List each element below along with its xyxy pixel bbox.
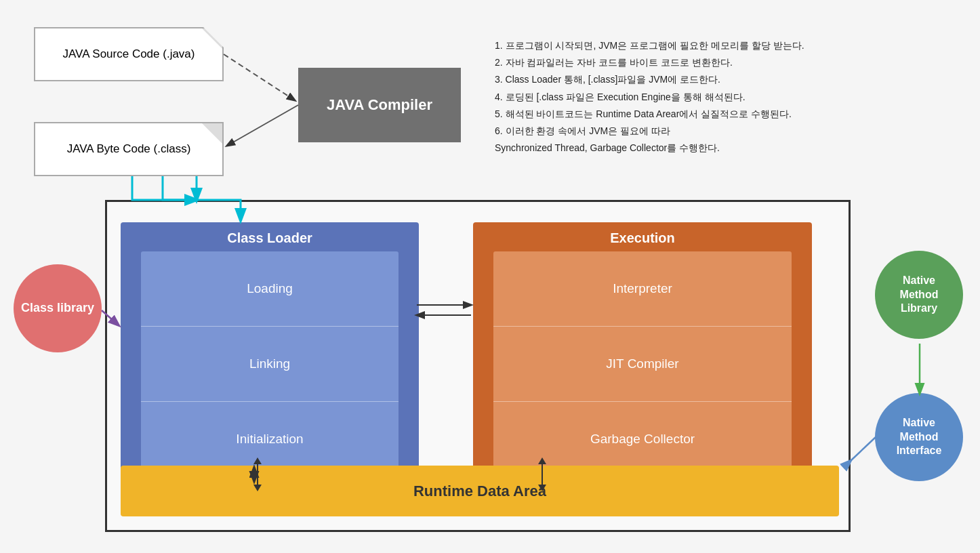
native-interface-circle: NativeMethodInterface — [875, 393, 963, 481]
class-library-circle: Class library — [14, 264, 102, 352]
execution-section: Execution Interpreter JIT Compiler Garba… — [473, 222, 812, 487]
class-loader-inner: Loading Linking Initialization — [141, 251, 399, 476]
bytecode-box: JAVA Byte Code (.class) — [34, 122, 224, 176]
native-library-circle: NativeMethodLibrary — [875, 251, 963, 339]
source-code-box: JAVA Source Code (.java) — [34, 27, 224, 81]
execution-inner: Interpreter JIT Compiler Garbage Collect… — [493, 251, 792, 476]
compiler-box: JAVA Compiler — [298, 68, 461, 142]
bytecode-label: JAVA Byte Code (.class) — [67, 142, 191, 156]
runtime-area: Runtime Data Area — [121, 466, 839, 516]
svg-line-0 — [224, 54, 295, 100]
runtime-area-label: Runtime Data Area — [413, 483, 546, 500]
native-library-label: NativeMethodLibrary — [900, 274, 939, 316]
cl-linking: Linking — [141, 327, 399, 402]
diagram-container: JAVA Source Code (.java) JAVA Byte Code … — [0, 0, 980, 553]
exec-interpreter: Interpreter — [493, 251, 792, 327]
native-interface-label: NativeMethodInterface — [897, 416, 942, 458]
annotation-line-3: 3. Class Loader 통해, [.class]파일을 JVM에 로드한… — [495, 71, 956, 88]
source-code-label: JAVA Source Code (.java) — [63, 47, 195, 61]
class-library-label: Class library — [21, 300, 94, 316]
annotation-line-5: 5. 해석된 바이트코드는 Runtime Data Arear에서 실질적으로… — [495, 106, 956, 123]
cl-loading: Loading — [141, 251, 399, 327]
exec-jit: JIT Compiler — [493, 327, 792, 402]
compiler-label: JAVA Compiler — [327, 96, 432, 114]
annotation-line-2: 2. 자바 컴파일러는 자바 코드를 바이트 코드로 변환한다. — [495, 54, 956, 71]
class-loader-title: Class Loader — [227, 222, 312, 251]
execution-title: Execution — [610, 222, 675, 251]
class-loader-section: Class Loader Loading Linking Initializat… — [121, 222, 419, 487]
annotation-line-7: Synchronized Thread, Garbage Collector를 … — [495, 140, 956, 157]
annotation-line-6: 6. 이러한 환경 속에서 JVM은 필요에 따라 — [495, 123, 956, 140]
annotation-text: 1. 프로그램이 시작되면, JVM은 프로그램에 필요한 메모리를 할당 받는… — [495, 37, 956, 157]
jvm-box: Class Loader Loading Linking Initializat… — [105, 200, 851, 532]
annotation-line-1: 1. 프로그램이 시작되면, JVM은 프로그램에 필요한 메모리를 할당 받는… — [495, 37, 956, 54]
svg-line-15 — [851, 437, 876, 461]
annotation-line-4: 4. 로딩된 [.class 파일은 Execution Engine을 통해 … — [495, 89, 956, 106]
svg-line-1 — [227, 105, 298, 146]
